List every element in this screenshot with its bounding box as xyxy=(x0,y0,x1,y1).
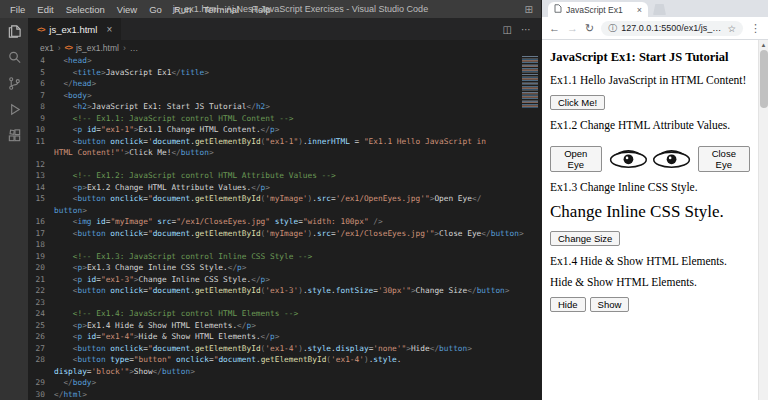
html-file-icon: <> xyxy=(65,43,72,52)
activity-bar xyxy=(0,18,28,400)
code-line: 7 <body> xyxy=(28,90,541,102)
chevron-right-icon: › xyxy=(123,43,126,53)
search-icon[interactable] xyxy=(7,50,22,65)
code-line: button> xyxy=(28,205,541,217)
scroll-up-icon[interactable]: ▲ xyxy=(759,40,768,50)
code-line: 22 <button onclick="document.getElementB… xyxy=(28,285,541,297)
scrollbar-thumb[interactable] xyxy=(760,50,768,108)
code-line: 8 <h2>JavaScript Ex1: Start JS Tutorial<… xyxy=(28,101,541,113)
editor-tab-js-ex1[interactable]: <> js_ex1.html × xyxy=(28,18,121,40)
browser-tab[interactable]: JavaScript Ex1 × xyxy=(548,2,648,17)
ex1-2-text: Ex1.2 Change HTML Attribute Values. xyxy=(550,119,750,131)
menu-file[interactable]: File xyxy=(4,4,31,15)
menu-view[interactable]: View xyxy=(111,4,143,15)
code-line: 18 xyxy=(28,239,541,251)
vscode-titlebar: FileEditSelectionViewGoRunTerminalHelp j… xyxy=(0,0,541,18)
vscode-window: FileEditSelectionViewGoRunTerminalHelp j… xyxy=(0,0,541,400)
page-heading: JavaScript Ex1: Start JS Tutorial xyxy=(550,50,750,65)
code-line: 14 <p>Ex1.2 Change HTML Attribute Values… xyxy=(28,182,541,194)
forward-icon[interactable]: → xyxy=(567,23,578,34)
code-editor-area: 4 <head>5 <title>JavaScript Ex1</title>6… xyxy=(28,55,541,400)
code-line: 30</html> xyxy=(28,389,541,400)
eyes-image xyxy=(605,140,695,172)
code-line: 23 xyxy=(28,297,541,309)
editor-actions: ◫ ⋯ xyxy=(503,18,541,40)
browser-menu-icon[interactable]: ⋮ xyxy=(750,22,761,35)
breadcrumb-more[interactable]: … xyxy=(130,43,139,53)
code-line: 9 <!-- Ex1.1: JavaScript control HTML Co… xyxy=(28,113,541,125)
screenshot-root: FileEditSelectionViewGoRunTerminalHelp j… xyxy=(0,0,768,400)
change-size-button[interactable]: Change Size xyxy=(550,231,620,246)
minimap[interactable] xyxy=(522,56,538,108)
menu-selection[interactable]: Selection xyxy=(60,4,111,15)
code-line: 29 </body> xyxy=(28,377,541,389)
code-line: 20 <p>Ex1.3 Change Inline CSS Style.</p> xyxy=(28,262,541,274)
code-line: 13 <!-- Ex1.2: JavaScript control HTML A… xyxy=(28,170,541,182)
code-line: 12 xyxy=(28,159,541,171)
ex1-3-text: Ex1.3 Change Inline CSS Style. xyxy=(550,181,750,193)
code-line: 15 <button onclick="document.getElementB… xyxy=(28,193,541,205)
code-line: 4 <head> xyxy=(28,55,541,67)
open-eye-button[interactable]: Open Eye xyxy=(550,146,602,172)
code-line: 25 <p>Ex1.4 Hide & Show HTML Elements.</… xyxy=(28,320,541,332)
code-line: 11 <button onclick='document.getElementB… xyxy=(28,136,541,148)
eyes-row: Open Eye xyxy=(550,140,750,172)
code-line: 16 <img id="myImage" src="/ex1/CloseEyes… xyxy=(28,216,541,228)
code-line: 28 <button type="button" onclick="docume… xyxy=(28,354,541,366)
back-icon[interactable]: ← xyxy=(549,23,560,34)
tab-close-icon[interactable]: × xyxy=(106,24,112,35)
reload-icon[interactable]: ↻ xyxy=(585,23,594,34)
browser-window: JavaScript Ex1 × ← → ↻ ⓘ 127.0.0.1:5500/… xyxy=(541,0,768,400)
ex1-1-text: Ex1.1 Hello JavaScript in HTML Content! xyxy=(550,74,750,86)
menu-run[interactable]: Run xyxy=(168,4,197,15)
split-editor-icon[interactable]: ◫ xyxy=(503,24,512,35)
editor-tab-bar: <> js_ex1.html × ◫ ⋯ xyxy=(28,18,541,40)
tab-close-icon[interactable]: × xyxy=(637,5,642,15)
ex1-4-target-text: Hide & Show HTML Elements. xyxy=(550,276,750,288)
code-line: 27 <button onclick="document.getElementB… xyxy=(28,343,541,355)
menu-bar: FileEditSelectionViewGoRunTerminalHelp xyxy=(0,4,277,15)
ex1-4-text: Ex1.4 Hide & Show HTML Elements. xyxy=(550,255,750,267)
show-button[interactable]: Show xyxy=(590,297,630,312)
code-line: HTML Content!"'>Click Me!</button> xyxy=(28,147,541,159)
html-file-icon: <> xyxy=(37,25,44,34)
editor-group: <> js_ex1.html × ◫ ⋯ ex1 › <> js_ex1.htm… xyxy=(28,18,541,400)
breadcrumb-file[interactable]: js_ex1.html xyxy=(76,43,119,53)
menu-help[interactable]: Help xyxy=(245,4,277,15)
menu-terminal[interactable]: Terminal xyxy=(197,4,245,15)
browser-tab-title: JavaScript Ex1 xyxy=(566,5,633,15)
chevron-right-icon: › xyxy=(58,43,61,53)
browser-toolbar: ← → ↻ ⓘ 127.0.0.1:5500/ex1/js_ex1.html ☆… xyxy=(542,17,768,40)
code-line: 19 <!-- Ex1.3: JavaScript control Inline… xyxy=(28,251,541,263)
layout-icon[interactable]: ⊞ xyxy=(525,4,533,15)
close-eye-button[interactable]: Close Eye xyxy=(698,146,750,172)
extensions-icon[interactable] xyxy=(7,128,22,143)
ex1-3-styled-text: Change Inline CSS Style. xyxy=(550,202,750,222)
code-line: 24 <!-- Ex1.4: JavaScript control HTML E… xyxy=(28,308,541,320)
favicon xyxy=(554,4,562,15)
click-me-button[interactable]: Click Me! xyxy=(550,95,605,110)
hide-show-row: Hide Show xyxy=(550,297,750,312)
bookmark-star-icon[interactable]: ☆ xyxy=(727,23,736,34)
code-line: 6 </head> xyxy=(28,78,541,90)
hide-button[interactable]: Hide xyxy=(550,297,586,312)
code-editor[interactable]: 4 <head>5 <title>JavaScript Ex1</title>6… xyxy=(28,55,541,400)
code-line: 5 <title>JavaScript Ex1</title> xyxy=(28,67,541,79)
more-actions-icon[interactable]: ⋯ xyxy=(521,24,531,35)
run-debug-icon[interactable] xyxy=(7,102,22,117)
menu-go[interactable]: Go xyxy=(143,4,168,15)
url-text[interactable]: 127.0.0.1:5500/ex1/js_ex1.html xyxy=(621,23,723,33)
code-line: 10 <p id="ex1-1">Ex1.1 Change HTML Conte… xyxy=(28,124,541,136)
menu-edit[interactable]: Edit xyxy=(31,4,59,15)
source-control-icon[interactable] xyxy=(7,76,22,91)
code-line: 17 <button onclick="document.getElementB… xyxy=(28,228,541,240)
code-line: display='block'">Show</button> xyxy=(28,366,541,378)
breadcrumb[interactable]: ex1 › <> js_ex1.html › … xyxy=(28,40,541,55)
explorer-icon[interactable] xyxy=(7,24,22,39)
titlebar-actions: ⊞ xyxy=(525,4,541,15)
address-bar[interactable]: ⓘ 127.0.0.1:5500/ex1/js_ex1.html ☆ xyxy=(601,21,743,36)
breadcrumb-folder[interactable]: ex1 xyxy=(40,43,54,53)
page-scrollbar[interactable]: ▲ xyxy=(758,40,768,400)
site-info-icon[interactable]: ⓘ xyxy=(608,22,617,35)
new-tab-button[interactable] xyxy=(653,4,666,15)
